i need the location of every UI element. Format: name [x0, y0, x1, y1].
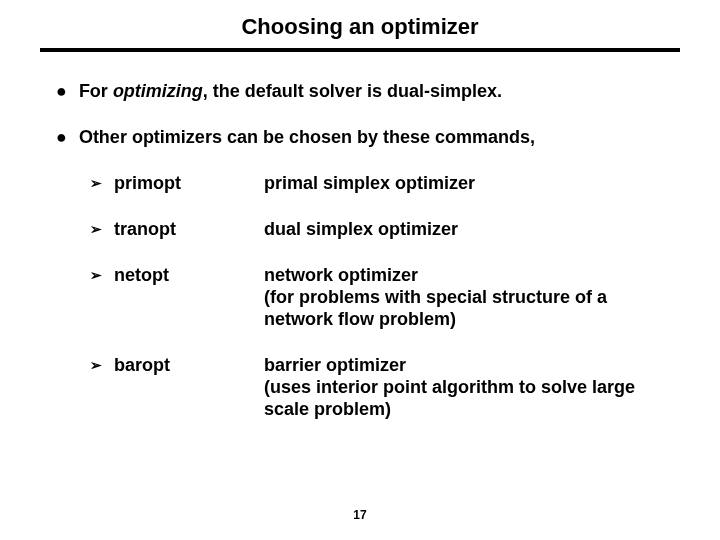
command-name: netopt — [114, 264, 264, 286]
list-item: ➢ baropt barrier optimizer(uses interior… — [90, 354, 664, 420]
bullet-icon: ● — [56, 80, 67, 102]
slide: Choosing an optimizer ● For optimizing, … — [0, 0, 720, 540]
slide-title: Choosing an optimizer — [0, 0, 720, 48]
command-name: primopt — [114, 172, 264, 194]
page-number: 17 — [0, 508, 720, 522]
command-desc: primal simplex optimizer — [264, 172, 664, 194]
command-desc: network optimizer(for problems with spec… — [264, 264, 664, 330]
bullet-icon: ● — [56, 126, 67, 148]
command-name: baropt — [114, 354, 264, 376]
command-name: tranopt — [114, 218, 264, 240]
arrow-icon: ➢ — [90, 354, 104, 376]
arrow-icon: ➢ — [90, 264, 104, 286]
bullet-1-text: For optimizing, the default solver is du… — [79, 80, 664, 102]
optimizer-list: ➢ primopt primal simplex optimizer ➢ tra… — [90, 172, 664, 420]
bullet-1-em: optimizing — [113, 81, 203, 101]
list-item: ➢ primopt primal simplex optimizer — [90, 172, 664, 194]
bullet-2-text: Other optimizers can be chosen by these … — [79, 126, 664, 148]
arrow-icon: ➢ — [90, 172, 104, 194]
list-item: ➢ netopt network optimizer(for problems … — [90, 264, 664, 330]
bullet-1: ● For optimizing, the default solver is … — [56, 80, 664, 102]
slide-body: ● For optimizing, the default solver is … — [0, 80, 720, 420]
arrow-icon: ➢ — [90, 218, 104, 240]
bullet-1-post: , the default solver is dual-simplex. — [203, 81, 502, 101]
bullet-2: ● Other optimizers can be chosen by thes… — [56, 126, 664, 148]
title-rule — [40, 48, 680, 52]
command-desc: dual simplex optimizer — [264, 218, 664, 240]
list-item: ➢ tranopt dual simplex optimizer — [90, 218, 664, 240]
command-desc: barrier optimizer(uses interior point al… — [264, 354, 664, 420]
bullet-1-pre: For — [79, 81, 113, 101]
